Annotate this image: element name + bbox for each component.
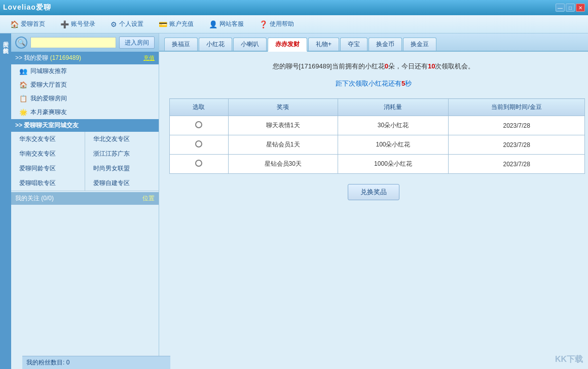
tab-赤赤发财[interactable]: 赤赤发财: [268, 38, 307, 52]
tab-换金豆[interactable]: 换金豆: [403, 38, 436, 51]
charge-button[interactable]: 充值: [143, 54, 155, 62]
prize-name: 聊天表情1天: [228, 116, 338, 135]
nav-item-个人设置[interactable]: ⚙个人设置: [111, 20, 143, 28]
tab-礼物+[interactable]: 礼物+: [308, 38, 339, 51]
people-icon: 👥: [19, 67, 27, 75]
menu-item-monthly[interactable]: 🌟 本月豪爽聊友: [11, 105, 159, 119]
nav-label: 账户充值: [169, 20, 194, 28]
nav-icon: ⚙: [111, 20, 117, 28]
right-content: 换福豆小红花小喇叭赤赤发财礼物+夺宝换金币换金豆 您的聊号[17169489]当…: [159, 33, 588, 369]
menu-item-room[interactable]: 📋 我的爱聊房间: [11, 92, 159, 105]
logo-text: Loveliao爱聊: [3, 3, 51, 12]
search-input[interactable]: [30, 37, 116, 48]
navbar: 🏠爱聊首页➕账号登录⚙个人设置💳账户充值👤网站客服❓使用帮助: [0, 15, 588, 33]
nav-label: 爱聊首页: [21, 20, 45, 28]
menu-item-city-friends[interactable]: 👥 同城聊友推荐: [11, 64, 159, 78]
radio-btn-2[interactable]: [195, 160, 202, 167]
prize-date: 2023/7/28: [449, 135, 585, 155]
my-section-title: >> 我的爱聊 (17169489): [15, 54, 81, 62]
city-item-huabei[interactable]: 华北交友专区: [85, 132, 159, 146]
home-icon: 🏠: [19, 81, 27, 89]
prize-name: 星钻会员1天: [228, 135, 338, 155]
left-panel: 🔍 进入房间 >> 我的爱聊 (17169489) 充值 👥 同城聊友推荐 🏠 …: [11, 33, 159, 369]
col-select: 选取: [170, 99, 229, 116]
menu-item-label: 同城聊友推荐: [30, 67, 67, 76]
city-section-header[interactable]: >> 爱聊聊天室同城交友: [11, 119, 159, 132]
city-item-custom[interactable]: 爱聊自建专区: [85, 176, 159, 191]
search-bar: 🔍 进入房间: [11, 33, 159, 52]
nav-label: 网站客服: [219, 20, 244, 28]
col-date: 当前到期时间/金豆: [449, 99, 585, 116]
table-row: 星钻会员30天 1000朵小红花 2023/7/28: [170, 155, 585, 174]
table-row: 星钻会员1天 100朵小红花 2023/7/28: [170, 135, 585, 155]
tab-换福豆[interactable]: 换福豆: [164, 38, 198, 51]
main-layout: 聊天大厅我的信间 🔍 进入房间 >> 我的爱聊 (17169489) 充值 👥 …: [0, 33, 588, 369]
my-section-header: >> 我的爱聊 (17169489) 充值: [11, 52, 159, 64]
nav-icon: 👤: [209, 20, 217, 28]
city-item-tongling[interactable]: 爱聊同龄专区: [11, 161, 85, 176]
prize-cost: 30朵小红花: [338, 116, 449, 135]
strip-item[interactable]: 我的信间: [2, 42, 10, 46]
my-menu: 👥 同城聊友推荐 🏠 爱聊大厅首页 📋 我的爱聊房间 🌟 本月豪爽聊友: [11, 64, 159, 119]
nav-item-账号登录[interactable]: ➕账号登录: [60, 20, 95, 28]
app-logo: Loveliao爱聊: [3, 3, 51, 12]
prize-table-body: 聊天表情1天 30朵小红花 2023/7/28 星钻会员1天 100朵小红花 2…: [170, 116, 585, 174]
tab-换金币[interactable]: 换金币: [369, 38, 402, 51]
titlebar: Loveliao爱聊 — □ ✕: [0, 0, 588, 15]
tab-小红花[interactable]: 小红花: [199, 38, 232, 51]
info-message: 您的聊号[17169489]当前拥有的小红花0朵，今日还有10次领取机会。: [169, 62, 578, 71]
prize-date: 2023/7/28: [449, 155, 585, 174]
focus-position-button[interactable]: 位置: [142, 194, 155, 203]
menu-item-home[interactable]: 🏠 爱聊大厅首页: [11, 78, 159, 92]
nav-icon: ❓: [259, 20, 268, 28]
countdown-message: 距下次领取小红花还有5秒: [169, 79, 578, 88]
left-strip: 聊天大厅我的信间: [0, 33, 11, 369]
city-item-huadong[interactable]: 华东交友专区: [11, 132, 85, 146]
room-icon: 📋: [19, 95, 27, 102]
radio-btn-0[interactable]: [195, 121, 202, 128]
strip-item[interactable]: 聊天大厅: [2, 35, 10, 40]
search-icon[interactable]: 🔍: [15, 36, 27, 49]
exchange-button-wrap: 兑换奖品: [169, 184, 578, 200]
tab-小喇叭[interactable]: 小喇叭: [233, 38, 267, 51]
nav-icon: ➕: [60, 20, 69, 28]
nav-icon: 🏠: [10, 20, 19, 28]
nav-item-账户充值[interactable]: 💳账户充值: [159, 20, 194, 28]
focus-label: 我的关注 (0/0): [15, 194, 54, 203]
city-item-huanan[interactable]: 华南交友专区: [11, 146, 85, 161]
prize-cost: 1000朵小红花: [338, 155, 449, 174]
nav-label: 账号登录: [71, 20, 95, 28]
city-item-zhejiang[interactable]: 浙江江苏广东: [85, 146, 159, 161]
nav-item-爱聊首页[interactable]: 🏠爱聊首页: [10, 20, 45, 28]
nav-item-网站客服[interactable]: 👤网站客服: [209, 20, 244, 28]
maximize-button[interactable]: □: [566, 4, 575, 12]
city-grid: 华东交友专区 华北交友专区 华南交友专区 浙江江苏广东 爱聊同龄专区 时尚男女联…: [11, 132, 159, 191]
prize-table: 选取 奖项 消耗量 当前到期时间/金豆 聊天表情1天 30朵小红花 2023/7…: [169, 98, 585, 174]
menu-item-label: 爱聊大厅首页: [30, 81, 67, 89]
star-icon: 🌟: [19, 108, 27, 116]
enter-room-button[interactable]: 进入房间: [119, 36, 155, 49]
close-button[interactable]: ✕: [576, 4, 585, 12]
nav-label: 使用帮助: [270, 20, 294, 28]
nav-item-使用帮助[interactable]: ❓使用帮助: [259, 20, 294, 28]
fans-bar: 我的粉丝数目: 0: [22, 356, 170, 369]
nav-icon: 💳: [159, 20, 167, 28]
city-item-singing[interactable]: 爱聊唱歌专区: [11, 176, 85, 191]
prize-name: 星钻会员30天: [228, 155, 338, 174]
radio-btn-1[interactable]: [195, 140, 202, 147]
menu-item-label: 我的爱聊房间: [30, 94, 67, 103]
content-area: 您的聊号[17169489]当前拥有的小红花0朵，今日还有10次领取机会。 距下…: [159, 52, 588, 369]
nav-label: 个人设置: [119, 20, 143, 28]
prize-date: 2023/7/28: [449, 116, 585, 135]
city-item-fashion[interactable]: 时尚男女联盟: [85, 161, 159, 176]
focus-section: 我的关注 (0/0) 位置: [11, 192, 159, 205]
tabs-bar: 换福豆小红花小喇叭赤赤发财礼物+夺宝换金币换金豆: [159, 33, 588, 52]
fans-label: 我的粉丝数目: 0: [26, 359, 69, 366]
col-prize: 奖项: [228, 99, 338, 116]
window-controls[interactable]: — □ ✕: [556, 4, 585, 12]
table-header-row: 选取 奖项 消耗量 当前到期时间/金豆: [170, 99, 585, 116]
tab-夺宝[interactable]: 夺宝: [340, 38, 368, 51]
prize-cost: 100朵小红花: [338, 135, 449, 155]
minimize-button[interactable]: —: [556, 4, 565, 12]
exchange-button[interactable]: 兑换奖品: [348, 184, 399, 200]
